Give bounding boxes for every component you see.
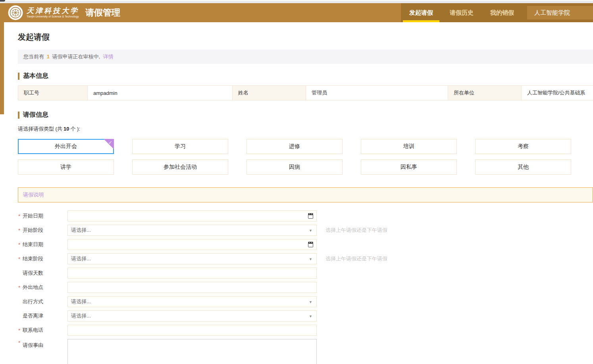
contact-phone-field: [67, 325, 317, 336]
section-title: 基本信息: [23, 72, 48, 80]
leave-type-label: 培训: [403, 143, 414, 150]
leave-type-lecturing[interactable]: 讲学: [18, 160, 114, 175]
browser-top-strip: [0, 0, 593, 3]
travel-mode-select[interactable]: 请选择...▼: [67, 296, 317, 307]
section-basic-info: 基本信息: [18, 72, 593, 80]
form-row-leave-tianjin: *是否离津请选择...▼: [18, 310, 593, 322]
leave-type-training[interactable]: 培训: [361, 139, 457, 154]
form-row-start-stage: *开始阶段请选择...▼选择上午请假还是下午请假: [18, 225, 593, 236]
required-asterisk: *: [18, 213, 20, 219]
leave-type-inspection[interactable]: 考察: [475, 139, 571, 154]
chevron-down-icon: ▼: [309, 229, 312, 233]
field-wrap: [67, 282, 317, 293]
university-name: 天津科技大学 Tianjin University of Science & T…: [27, 7, 79, 18]
table-row: 职工号ampadmin姓名管理员所在单位人工智能学院/公共基础系: [18, 86, 593, 100]
start-stage-select[interactable]: 请选择...▼: [67, 225, 317, 236]
user-org-menu[interactable]: 人工智能学院: [527, 6, 593, 19]
field-label-text: 外出地点: [23, 284, 43, 290]
content-area: 发起请假 您当前有 1 请假申请正在审核中, 详情 基本信息 职工号ampadm…: [0, 22, 593, 364]
field-wrap: 请选择...▼: [67, 225, 317, 236]
leave-type-label: 考察: [518, 143, 529, 150]
section-accent-bar: [18, 73, 19, 80]
form-row-destination: *外出地点: [18, 282, 593, 293]
form-row-contact-phone: *联系电话: [18, 325, 593, 336]
nav-tab-initiate-leave[interactable]: 发起请假: [401, 3, 441, 22]
field-label-leave-reason: *请假事由: [18, 339, 67, 349]
leave-type-further-study[interactable]: 进修: [246, 139, 343, 154]
required-asterisk: *: [18, 242, 20, 248]
section-leave-info: 请假信息: [18, 111, 593, 119]
field-label-end-stage: *结束阶段: [18, 255, 67, 262]
required-asterisk: *: [18, 285, 20, 291]
field-label-start-stage: *开始阶段: [18, 227, 67, 234]
info-value-name: 管理员: [306, 86, 448, 100]
prompt-suffix: 个 ):: [70, 126, 80, 132]
basic-info-table: 职工号ampadmin姓名管理员所在单位人工智能学院/公共基础系: [18, 85, 593, 100]
section-title: 请假信息: [23, 111, 48, 119]
leave-type-sickness[interactable]: 因病: [246, 160, 343, 175]
field-label-text: 开始日期: [23, 213, 43, 219]
field-label-text: 是否离津: [23, 313, 43, 319]
leave-type-label: 讲学: [60, 164, 71, 171]
field-label-text: 结束日期: [23, 241, 43, 247]
details-link[interactable]: 详情: [103, 54, 114, 60]
field-label-text: 结束阶段: [23, 256, 43, 262]
prompt-prefix: 请选择请假类型 (共: [18, 126, 62, 132]
contact-phone-input[interactable]: [68, 325, 316, 335]
field-label-text: 请假天数: [23, 270, 43, 276]
university-name-cn: 天津科技大学: [27, 7, 79, 15]
app-header: 天津科技大学 Tianjin University of Science & T…: [0, 3, 593, 22]
nav-tab-leave-history[interactable]: 请假历史: [441, 3, 482, 22]
leave-description-box[interactable]: 请假说明: [18, 187, 593, 202]
chevron-down-icon: ▼: [309, 300, 312, 304]
calendar-icon[interactable]: [308, 242, 313, 247]
info-value-department: 人工智能学院/公共基础系: [522, 86, 593, 100]
leave-type-other[interactable]: 其他: [475, 160, 571, 175]
leave-reason-textarea[interactable]: [67, 339, 317, 364]
start-date-field: [67, 210, 317, 221]
field-label-text: 请假事由: [23, 342, 43, 348]
destination-input[interactable]: [68, 282, 316, 293]
brand-block: 天津科技大学 Tianjin University of Science & T…: [0, 5, 120, 20]
university-logo-icon: [8, 5, 23, 20]
required-asterisk: *: [18, 227, 20, 233]
leave-type-social-activity[interactable]: 参加社会活动: [132, 160, 228, 175]
field-hint: 选择上午请假还是下午请假: [325, 255, 387, 262]
leave-tianjin-select[interactable]: 请选择...▼: [67, 310, 317, 322]
leave-days-input[interactable]: [68, 268, 316, 278]
chevron-down-icon: ▼: [309, 257, 312, 261]
field-wrap: 请选择...▼: [67, 310, 317, 322]
field-label-leave-days: *请假天数: [18, 270, 67, 277]
start-date-input[interactable]: [68, 211, 316, 221]
main-nav: 发起请假请假历史我的销假 人工智能学院: [401, 3, 593, 22]
form-row-end-stage: *结束阶段请选择...▼选择上午请假还是下午请假: [18, 253, 593, 264]
required-asterisk: *: [18, 340, 20, 346]
university-name-en: Tianjin University of Science & Technolo…: [27, 15, 79, 18]
field-label-text: 出行方式: [23, 299, 43, 304]
notice-bar: 您当前有 1 请假申请正在审核中, 详情: [18, 50, 593, 64]
field-label-leave-tianjin: *是否离津: [18, 312, 67, 320]
field-wrap: 请选择...▼: [67, 296, 317, 307]
calendar-icon[interactable]: [308, 213, 313, 219]
end-stage-select[interactable]: 请选择...▼: [67, 253, 317, 264]
leave-type-label: 外出开会: [55, 143, 77, 150]
leave-days-field: [67, 268, 317, 279]
nav-tab-my-cancel-leave[interactable]: 我的销假: [482, 3, 522, 22]
leave-form: *开始日期*开始阶段请选择...▼选择上午请假还是下午请假*结束日期*结束阶段请…: [18, 210, 593, 364]
field-wrap: [67, 325, 317, 336]
info-label-staff-id: 职工号: [18, 86, 88, 100]
field-label-destination: *外出地点: [18, 284, 67, 291]
select-placeholder: 请选择...: [68, 298, 91, 305]
select-placeholder: 请选择...: [68, 255, 91, 262]
end-date-input[interactable]: [68, 239, 316, 250]
field-label-travel-mode: *出行方式: [18, 298, 67, 305]
leave-type-meeting[interactable]: 外出开会✓: [18, 139, 114, 154]
info-label-name: 姓名: [233, 86, 306, 100]
leave-type-study[interactable]: 学习: [132, 139, 228, 154]
chevron-down-icon: ▼: [309, 314, 312, 318]
section-accent-bar: [18, 112, 19, 119]
nav-tabs: 发起请假请假历史我的销假: [401, 3, 522, 22]
field-wrap: [67, 339, 317, 364]
leave-type-personal[interactable]: 因私事: [361, 160, 457, 175]
form-row-end-date: *结束日期: [18, 239, 593, 250]
